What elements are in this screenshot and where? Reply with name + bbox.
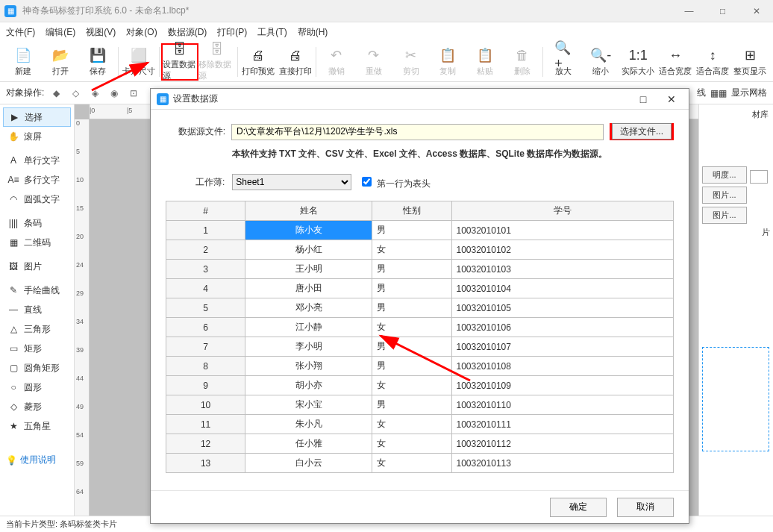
tool-新建[interactable]: 📄新建 [4,43,42,81]
menu-item-5[interactable]: 打印(P) [217,26,247,39]
cell-sex[interactable]: 女 [372,376,451,395]
tool-图片[interactable]: 🖼图片 [3,257,71,276]
workbook-select[interactable]: Sheet1 [232,174,351,190]
cell-id[interactable]: 10032010111 [451,415,674,434]
layer-icon-4[interactable]: ◉ [107,86,122,101]
cell-sex[interactable]: 男 [372,279,451,298]
cell-name[interactable]: 宋小宝 [245,395,372,415]
tool-菱形[interactable]: ◇菱形 [3,397,71,416]
cell-name[interactable]: 江小静 [245,318,372,337]
table-row[interactable]: 2杨小红女10032010102 [166,240,674,260]
layer-icon[interactable]: ◆ [48,86,63,101]
tool-手绘曲线[interactable]: ✎手绘曲线 [3,281,71,300]
dialog-close[interactable]: ✕ [660,93,683,105]
path-input[interactable] [231,124,604,140]
tool-移除数据源[interactable]: 🗄移除数据源 [198,43,236,81]
cell-sex[interactable]: 女 [372,434,451,454]
cell-id[interactable]: 10032010112 [451,434,674,454]
tool-卡片尺寸[interactable]: ⬜卡片尺寸 [120,43,157,81]
cell-sex[interactable]: 女 [372,454,451,473]
tool-圆角矩形[interactable]: ▢圆角矩形 [3,358,71,378]
cell-id[interactable]: 10032010101 [451,221,674,240]
cell-name[interactable]: 杨小红 [245,240,372,260]
tool-剪切[interactable]: ✂剪切 [392,43,430,81]
table-row[interactable]: 7李小明男10032010107 [166,337,674,357]
cell-id[interactable]: 10032010107 [451,337,674,357]
table-row[interactable]: 10宋小宝男10032010110 [166,395,674,415]
data-table[interactable]: #姓名性别学号1陈小友男100320101012杨小红女100320101023… [166,201,674,473]
tool-粘贴[interactable]: 📋粘贴 [466,43,504,81]
layer-icon-5[interactable]: ⊡ [126,86,141,101]
tool-三角形[interactable]: △三角形 [3,319,71,339]
cell-name[interactable]: 白小云 [245,454,372,473]
menu-item-0[interactable]: 文件(F) [6,26,35,39]
tool-打开[interactable]: 📂打开 [42,43,79,81]
tool-撤销[interactable]: ↶撤销 [318,43,355,81]
tool-选择[interactable]: ▶选择 [3,107,71,127]
cell-sex[interactable]: 男 [372,357,451,376]
cell-id[interactable]: 10032010109 [451,376,674,395]
tool-多行文字[interactable]: A≡多行文字 [3,170,71,190]
table-row[interactable]: 6江小静女10032010106 [166,318,674,337]
tool-直接打印[interactable]: 🖨直接打印 [277,43,314,81]
tool-适合宽度[interactable]: ↔适合宽度 [657,43,694,81]
tool-适合高度[interactable]: ↕适合高度 [694,43,731,81]
table-row[interactable]: 4唐小田男10032010104 [166,279,674,298]
layer-icon-2[interactable]: ◇ [68,86,83,101]
cancel-button[interactable]: 取消 [617,498,674,517]
table-row[interactable]: 12任小雅女10032010112 [166,434,674,454]
cell-id[interactable]: 10032010108 [451,357,674,376]
minimize-button[interactable]: — [672,0,706,22]
table-row[interactable]: 9胡小亦女10032010109 [166,376,674,395]
cell-id[interactable]: 10032010113 [451,454,674,473]
cell-id[interactable]: 10032010110 [451,395,674,415]
image-button-2[interactable]: 图片... [702,207,747,224]
table-header[interactable]: 姓名 [245,201,372,221]
cell-sex[interactable]: 男 [372,337,451,357]
menu-item-2[interactable]: 视图(V) [86,26,116,39]
help-button[interactable]: 💡使用说明 [3,451,71,469]
cell-name[interactable]: 张小翔 [245,357,372,376]
grid-icon[interactable]: ▦▦ [710,88,727,98]
cell-sex[interactable]: 男 [372,298,451,318]
tool-删除[interactable]: 🗑删除 [504,43,541,81]
cell-name[interactable]: 唐小田 [245,279,372,298]
tool-重做[interactable]: ↷重做 [355,43,392,81]
image-button-1[interactable]: 图片... [702,187,747,204]
tool-整页显示[interactable]: ⊞整页显示 [731,43,769,81]
cell-name[interactable]: 邓小亮 [245,298,372,318]
tool-打印预览[interactable]: 🖨打印预览 [240,43,277,81]
cell-sex[interactable]: 女 [372,240,451,260]
cell-name[interactable]: 任小雅 [245,434,372,454]
table-header[interactable]: 性别 [372,201,451,221]
tool-圆形[interactable]: ○圆形 [3,378,71,397]
cell-id[interactable]: 10032010106 [451,318,674,337]
cell-id[interactable]: 10032010102 [451,240,674,260]
menu-item-6[interactable]: 工具(T) [257,26,287,39]
cell-name[interactable]: 王小明 [245,260,372,279]
tool-实际大小[interactable]: 1:1实际大小 [619,43,657,81]
menu-item-1[interactable]: 编辑(E) [46,26,75,39]
menu-item-4[interactable]: 数据源(D) [168,26,207,39]
tool-保存[interactable]: 💾保存 [79,43,116,81]
table-row[interactable]: 8张小翔男10032010108 [166,357,674,376]
tool-设置数据源[interactable]: 🗄设置数据源 [161,43,198,81]
cell-sex[interactable]: 女 [372,318,451,337]
tool-滚屏[interactable]: ✋滚屏 [3,127,71,146]
grid-line-label[interactable]: 线 [697,87,706,99]
table-row[interactable]: 11朱小凡女10032010111 [166,415,674,434]
show-grid-label[interactable]: 显示网格 [731,87,767,99]
table-row[interactable]: 5邓小亮男10032010105 [166,298,674,318]
cell-name[interactable]: 朱小凡 [245,415,372,434]
table-header[interactable]: 学号 [451,201,674,221]
menu-item-3[interactable]: 对象(O) [126,26,157,39]
tool-二维码[interactable]: ▦二维码 [3,233,71,252]
cell-sex[interactable]: 男 [372,260,451,279]
tool-复制[interactable]: 📋复制 [429,43,466,81]
cell-sex[interactable]: 男 [372,395,451,415]
table-row[interactable]: 13白小云女10032010113 [166,454,674,473]
browse-button[interactable]: 选择文件... [612,123,672,140]
cell-sex[interactable]: 男 [372,221,451,240]
maximize-button[interactable]: □ [706,0,739,22]
ok-button[interactable]: 确定 [550,498,607,517]
